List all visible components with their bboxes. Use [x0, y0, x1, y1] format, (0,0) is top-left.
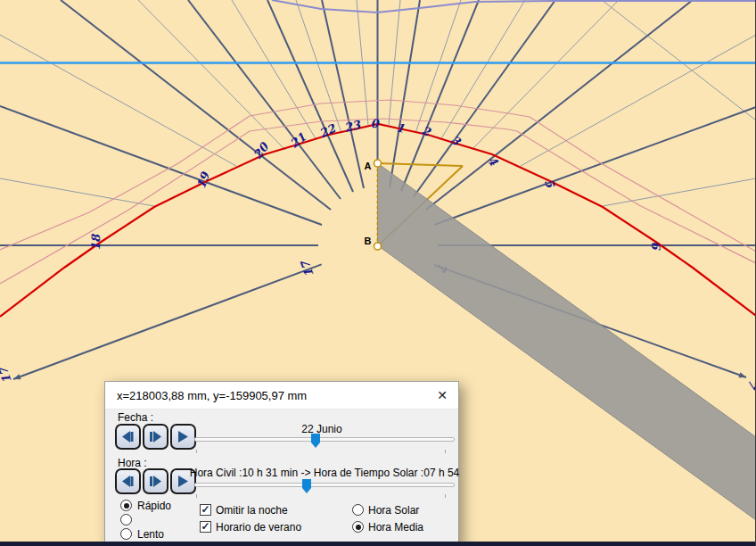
radio-hora-solar-label[interactable]: Hora Solar	[368, 504, 419, 517]
radio-hora-media[interactable]	[352, 521, 364, 533]
dialog-titlebar[interactable]: x=218003,88 mm, y=-159905,97 mm ✕	[105, 382, 458, 410]
checkbox-omitir-la-noche[interactable]: ✓	[200, 504, 211, 516]
fecha-play-button[interactable]	[170, 424, 196, 450]
checkbox-omitir-la-noche-label[interactable]: Omitir la noche	[216, 504, 288, 517]
gnomon-point-B-handle[interactable]	[374, 243, 382, 250]
radio-hora-solar[interactable]	[352, 504, 364, 516]
radio-rapido-label[interactable]: Rápido	[137, 500, 171, 512]
window-bottom-border	[0, 542, 756, 546]
hour-label-18: 18	[89, 233, 103, 251]
fecha-label: Fecha :	[118, 411, 153, 424]
fecha-step-back-button[interactable]	[115, 424, 141, 450]
radio-hora-media-label[interactable]: Hora Media	[368, 521, 423, 534]
fecha-step-forward-button[interactable]	[143, 424, 168, 450]
hora-slider-tick-left	[196, 494, 197, 498]
gnomon-point-A-handle[interactable]	[374, 160, 382, 167]
hora-step-forward-button[interactable]	[143, 468, 168, 494]
checkbox-horario-de-verano-label[interactable]: Horario de verano	[216, 521, 301, 534]
gnomon-point-A-label: A	[365, 161, 372, 171]
fecha-slider-tick-right	[445, 450, 446, 453]
fecha-slider-tick-left	[196, 450, 197, 453]
close-icon[interactable]: ✕	[434, 387, 450, 403]
dialog-title-coordinates: x=218003,88 mm, y=-159905,97 mm	[117, 389, 307, 402]
radio-medium-speed[interactable]	[120, 514, 132, 525]
hora-slider-track[interactable]	[194, 483, 455, 487]
hora-step-back-button[interactable]	[115, 468, 141, 494]
checkbox-horario-de-verano[interactable]: ✓	[200, 521, 211, 533]
fecha-slider-value: 22 Junio	[301, 423, 341, 435]
app-window: 1717181920212223012345677AB x=218003,88 …	[0, 0, 756, 546]
radio-lento-label[interactable]: Lento	[137, 528, 164, 541]
control-dialog: x=218003,88 mm, y=-159905,97 mm ✕ Fecha …	[104, 381, 459, 546]
radio-rapido[interactable]	[120, 500, 132, 511]
gnomon-point-B-label: B	[365, 236, 372, 246]
fecha-slider-thumb[interactable]	[311, 434, 320, 448]
hora-slider-value: Hora Civil :10 h 31 min -> Hora de Tiemp…	[190, 467, 459, 479]
fecha-slider-track[interactable]	[194, 437, 455, 442]
hora-label: Hora :	[118, 457, 147, 469]
hora-slider-tick-right	[445, 494, 446, 498]
hora-slider-thumb[interactable]	[302, 479, 311, 493]
radio-lento[interactable]	[120, 528, 132, 540]
